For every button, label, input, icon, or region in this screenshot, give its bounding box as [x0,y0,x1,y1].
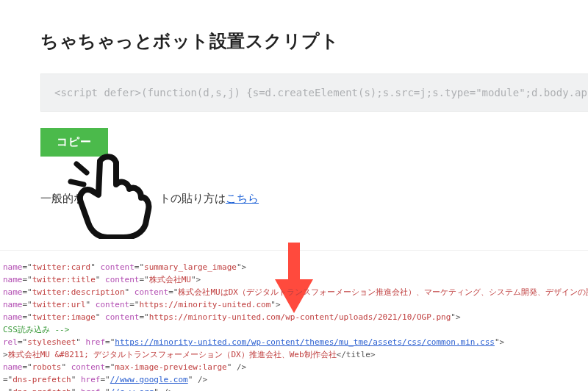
source-line: name="twitter:title" content="株式会社MU"> [3,273,588,286]
source-line: CSS読み込み --> [3,323,588,336]
source-line: >株式会社MU &#8211; デジタルトランスフォーメーション（DX）推進会社… [3,348,588,361]
source-line: name="twitter:card" content="summary_lar… [3,261,588,273]
copy-button[interactable]: コピー [40,128,108,157]
source-line: rel="stylesheet" href="https://minority-… [3,336,588,348]
html-source-preview: name="twitter:card" content="summary_lar… [0,261,588,391]
settings-panel: ちゃちゃっとボット設置スクリプト <script defer>(function… [0,0,588,206]
section-divider [0,250,588,251]
source-line: name="robots" content="max-image-preview… [3,361,588,373]
source-line: ="dns-prefetch" href="//www.google.com" … [3,373,588,386]
source-line: name="twitter:description" content="株式会社… [3,286,588,298]
helper-text: 一般的な◯◯◯◯◯◯トの貼り方はこちら [40,192,588,206]
helper-prefix: 一般的な [40,192,85,204]
helper-link[interactable]: こちら [226,192,259,204]
source-line: name="twitter:image" content="https://mi… [3,311,588,323]
script-code-box[interactable]: <script defer>(function(d,s,j) {s=d.crea… [40,73,588,112]
source-line: ="dns-prefetch" href="//s.w.org" /> [3,386,588,391]
page-title: ちゃちゃっとボット設置スクリプト [40,29,588,53]
helper-middle: トの貼り方は [159,192,226,204]
source-line: name="twitter:url" content="https://mino… [3,298,588,311]
